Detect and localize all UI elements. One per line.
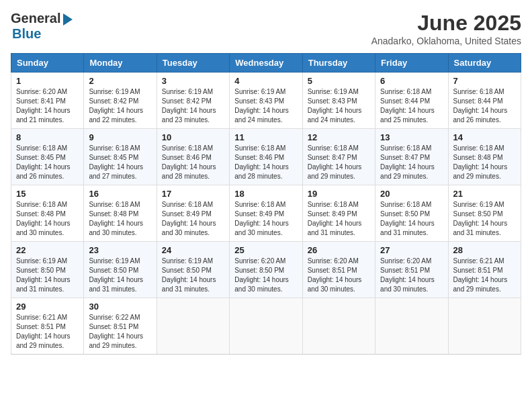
day-number: 29 [16,302,79,312]
calendar-cell: 11Sunrise: 6:18 AMSunset: 8:46 PMDayligh… [230,129,302,185]
day-number: 23 [89,245,151,255]
day-number: 18 [234,189,297,199]
calendar-cell: 8Sunrise: 6:18 AMSunset: 8:45 PMDaylight… [11,129,84,185]
day-number: 28 [453,245,516,255]
day-number: 27 [380,245,443,255]
day-number: 20 [380,189,443,199]
logo-blue: Blue [12,26,41,42]
day-number: 17 [162,189,224,199]
weekday-header-row: SundayMondayTuesdayWednesdayThursdayFrid… [11,54,521,73]
calendar-cell: 10Sunrise: 6:18 AMSunset: 8:46 PMDayligh… [157,129,229,185]
calendar-cell: 21Sunrise: 6:19 AMSunset: 8:50 PMDayligh… [448,185,521,242]
calendar-cell: 7Sunrise: 6:18 AMSunset: 8:44 PMDaylight… [448,73,521,129]
day-number: 8 [16,132,79,142]
day-number: 5 [308,76,370,86]
calendar-cell: 18Sunrise: 6:18 AMSunset: 8:49 PMDayligh… [230,185,302,242]
day-detail: Sunrise: 6:18 AMSunset: 8:48 PMDaylight:… [16,200,79,238]
weekday-header-friday: Friday [375,54,448,73]
logo-general: General [11,11,60,26]
day-detail: Sunrise: 6:18 AMSunset: 8:45 PMDaylight:… [16,144,79,181]
day-detail: Sunrise: 6:22 AMSunset: 8:51 PMDaylight:… [89,313,151,351]
day-detail: Sunrise: 6:20 AMSunset: 8:51 PMDaylight:… [380,257,443,294]
day-detail: Sunrise: 6:20 AMSunset: 8:41 PMDaylight:… [16,87,79,125]
day-number: 19 [308,189,370,199]
calendar-cell: 22Sunrise: 6:19 AMSunset: 8:50 PMDayligh… [11,242,84,298]
calendar-cell: 27Sunrise: 6:20 AMSunset: 8:51 PMDayligh… [375,242,448,298]
calendar-title: June 2025 [371,11,521,36]
calendar-cell: 20Sunrise: 6:18 AMSunset: 8:50 PMDayligh… [375,185,448,242]
calendar-cell [157,298,229,355]
day-detail: Sunrise: 6:19 AMSunset: 8:50 PMDaylight:… [162,257,224,294]
day-number: 15 [16,189,79,199]
day-number: 13 [380,132,443,142]
day-number: 2 [89,76,151,86]
calendar-week-row: 1Sunrise: 6:20 AMSunset: 8:41 PMDaylight… [11,73,521,129]
calendar-week-row: 22Sunrise: 6:19 AMSunset: 8:50 PMDayligh… [11,242,521,298]
day-number: 22 [16,245,79,255]
calendar-cell: 17Sunrise: 6:18 AMSunset: 8:49 PMDayligh… [157,185,229,242]
day-detail: Sunrise: 6:18 AMSunset: 8:47 PMDaylight:… [308,144,370,181]
day-detail: Sunrise: 6:19 AMSunset: 8:43 PMDaylight:… [234,87,297,125]
day-detail: Sunrise: 6:19 AMSunset: 8:50 PMDaylight:… [16,257,79,294]
calendar-cell: 19Sunrise: 6:18 AMSunset: 8:49 PMDayligh… [302,185,375,242]
calendar-cell: 29Sunrise: 6:21 AMSunset: 8:51 PMDayligh… [11,298,84,355]
logo-arrow-icon [63,13,73,26]
day-number: 1 [16,76,79,86]
day-detail: Sunrise: 6:19 AMSunset: 8:50 PMDaylight:… [89,257,151,294]
day-number: 12 [308,132,370,142]
calendar-cell [302,298,375,355]
day-detail: Sunrise: 6:18 AMSunset: 8:44 PMDaylight:… [380,87,443,125]
weekday-header-sunday: Sunday [11,54,84,73]
calendar-cell: 30Sunrise: 6:22 AMSunset: 8:51 PMDayligh… [84,298,157,355]
calendar-table: SundayMondayTuesdayWednesdayThursdayFrid… [11,53,521,355]
day-number: 11 [234,132,297,142]
calendar-cell: 2Sunrise: 6:19 AMSunset: 8:42 PMDaylight… [84,73,157,129]
day-number: 9 [89,132,151,142]
day-number: 14 [453,132,516,142]
header: General Blue June 2025 Anadarko, Oklahom… [11,11,521,46]
calendar-cell: 14Sunrise: 6:18 AMSunset: 8:48 PMDayligh… [448,129,521,185]
day-detail: Sunrise: 6:18 AMSunset: 8:44 PMDaylight:… [453,87,516,125]
weekday-header-monday: Monday [84,54,157,73]
day-detail: Sunrise: 6:18 AMSunset: 8:45 PMDaylight:… [89,144,151,181]
day-detail: Sunrise: 6:21 AMSunset: 8:51 PMDaylight:… [453,257,516,294]
day-detail: Sunrise: 6:19 AMSunset: 8:50 PMDaylight:… [453,200,516,238]
day-detail: Sunrise: 6:18 AMSunset: 8:49 PMDaylight:… [308,200,370,238]
calendar-cell [230,298,302,355]
day-detail: Sunrise: 6:18 AMSunset: 8:49 PMDaylight:… [234,200,297,238]
day-number: 16 [89,189,151,199]
logo: General Blue [11,11,73,42]
day-number: 21 [453,189,516,199]
day-detail: Sunrise: 6:18 AMSunset: 8:46 PMDaylight:… [162,144,224,181]
calendar-cell: 1Sunrise: 6:20 AMSunset: 8:41 PMDaylight… [11,73,84,129]
day-number: 30 [89,302,151,312]
calendar-cell [375,298,448,355]
day-number: 26 [308,245,370,255]
day-detail: Sunrise: 6:18 AMSunset: 8:47 PMDaylight:… [380,144,443,181]
calendar-cell: 28Sunrise: 6:21 AMSunset: 8:51 PMDayligh… [448,242,521,298]
day-detail: Sunrise: 6:19 AMSunset: 8:43 PMDaylight:… [308,87,370,125]
calendar-cell: 3Sunrise: 6:19 AMSunset: 8:42 PMDaylight… [157,73,229,129]
day-number: 10 [162,132,224,142]
day-detail: Sunrise: 6:18 AMSunset: 8:48 PMDaylight:… [453,144,516,181]
calendar-cell: 26Sunrise: 6:20 AMSunset: 8:51 PMDayligh… [302,242,375,298]
day-detail: Sunrise: 6:20 AMSunset: 8:50 PMDaylight:… [234,257,297,294]
calendar-cell: 16Sunrise: 6:18 AMSunset: 8:48 PMDayligh… [84,185,157,242]
weekday-header-tuesday: Tuesday [157,54,229,73]
calendar-cell [448,298,521,355]
calendar-cell: 9Sunrise: 6:18 AMSunset: 8:45 PMDaylight… [84,129,157,185]
day-number: 24 [162,245,224,255]
day-number: 4 [234,76,297,86]
title-area: June 2025 Anadarko, Oklahoma, United Sta… [371,11,521,46]
day-number: 6 [380,76,443,86]
calendar-cell: 23Sunrise: 6:19 AMSunset: 8:50 PMDayligh… [84,242,157,298]
day-detail: Sunrise: 6:18 AMSunset: 8:46 PMDaylight:… [234,144,297,181]
calendar-cell: 24Sunrise: 6:19 AMSunset: 8:50 PMDayligh… [157,242,229,298]
day-detail: Sunrise: 6:21 AMSunset: 8:51 PMDaylight:… [16,313,79,351]
day-number: 7 [453,76,516,86]
weekday-header-saturday: Saturday [448,54,521,73]
day-detail: Sunrise: 6:18 AMSunset: 8:49 PMDaylight:… [162,200,224,238]
day-number: 25 [234,245,297,255]
calendar-cell: 4Sunrise: 6:19 AMSunset: 8:43 PMDaylight… [230,73,302,129]
calendar-week-row: 15Sunrise: 6:18 AMSunset: 8:48 PMDayligh… [11,185,521,242]
